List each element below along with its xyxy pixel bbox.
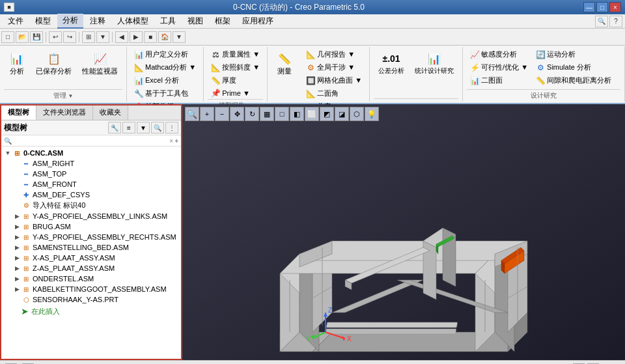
expand-onderstel[interactable]: ▶ (13, 275, 21, 282)
search-close-icon[interactable]: × (169, 137, 173, 145)
prime-btn[interactable]: 📌 Prime ▼ (208, 87, 263, 99)
undo-btn[interactable]: ↩ (49, 31, 62, 43)
forward-btn[interactable]: ▶ (130, 31, 143, 43)
mesh-surface-btn[interactable]: 🔲 网格化曲面 ▼ (303, 74, 365, 87)
expand-y-as-links[interactable]: ▶ (13, 213, 21, 219)
shading-btn[interactable]: ◧ (290, 107, 304, 121)
save-btn[interactable]: 💾 (30, 31, 43, 43)
back-btn[interactable]: ◀ (115, 31, 128, 43)
zoom-out-btn[interactable]: − (215, 107, 229, 121)
regenerate-btn[interactable]: ⊞ (82, 31, 95, 43)
saved-analysis-btn[interactable]: 📋 已保存分析 (31, 48, 76, 79)
expand-samen[interactable]: ▶ (13, 244, 21, 251)
minimize-button[interactable]: — (583, 2, 595, 12)
tab-favorites[interactable]: 收藏夹 (93, 105, 128, 120)
global-interference-btn[interactable]: ⚙ 全局干涉 ▼ (303, 61, 365, 74)
clearance-btn[interactable]: 📏 间隙和爬电距离分析 (533, 74, 615, 87)
tree-filter-btn[interactable]: ▼ (137, 122, 150, 133)
zoom-in-btn[interactable]: + (200, 107, 214, 121)
new-btn[interactable]: □ (1, 31, 14, 43)
tree-item-asm-front[interactable]: ━ ASM_FRONT (1, 179, 181, 189)
hidden-btn[interactable]: ◩ (320, 107, 334, 121)
excel-btn[interactable]: 📊 Excel 分析 (131, 74, 199, 87)
tree-item-asm-top[interactable]: ━ ASM_TOP (1, 169, 181, 179)
expand-brug[interactable]: ▶ (13, 223, 21, 230)
menu-apps[interactable]: 应用程序 (237, 14, 279, 28)
lights-btn[interactable]: 💡 (365, 107, 379, 121)
tree-more-btn[interactable]: ⋮ (165, 122, 178, 133)
tolerance-btn[interactable]: ±.01 公差分析 (374, 48, 409, 78)
thickness-btn[interactable]: 📏 厚度 (208, 74, 263, 87)
tree-item-asm-csys[interactable]: ✚ ASM_DEF_CSYS (1, 189, 181, 200)
tab-folder-browser[interactable]: 文件夹浏览器 (36, 105, 93, 120)
perf-monitor-btn[interactable]: 📈 性能监视器 (77, 48, 122, 79)
menu-human-model[interactable]: 人体模型 (112, 14, 154, 28)
menu-view[interactable]: 视图 (182, 14, 208, 28)
tree-search-btn[interactable]: 🔍 (151, 122, 164, 133)
search-input[interactable] (13, 137, 169, 145)
menu-framework[interactable]: 框架 (210, 14, 236, 28)
mathcad-btn[interactable]: 📐 Mathcad分析 ▼ (131, 61, 199, 74)
restore-button[interactable]: □ (596, 2, 608, 12)
toolbar-options[interactable]: ▼ (173, 31, 186, 43)
window-controls[interactable]: — □ × (583, 2, 621, 12)
menu-annotation[interactable]: 注释 (85, 14, 111, 28)
two-diagram-btn[interactable]: 📊 二图面 (467, 74, 531, 87)
tab-model-tree[interactable]: 模型树 (1, 105, 36, 120)
user-defined-analysis-btn[interactable]: 📊 用户定义分析 (131, 48, 199, 61)
help-search-icon[interactable]: 🔍 (595, 16, 608, 27)
tree-display-btn[interactable]: ≡ (122, 122, 135, 133)
tree-item-onderstel[interactable]: ▶ ⊞ ONDERSTEL.ASM (1, 273, 181, 284)
no-hidden-btn[interactable]: ◪ (335, 107, 349, 121)
stat-design-btn[interactable]: 📊 统计设计研究 (410, 48, 458, 78)
analysis-btn[interactable]: 📊 分析 (4, 48, 30, 79)
help-button[interactable]: ? (609, 16, 622, 27)
expand-root[interactable]: ▼ (4, 150, 12, 156)
toolkit-btn[interactable]: 🔧 基于于工具包 (131, 87, 199, 100)
measure-btn[interactable]: 📏 测量 (271, 48, 298, 79)
wireframe-btn[interactable]: ⬜ (305, 107, 319, 121)
redo-btn[interactable]: ↪ (63, 31, 76, 43)
menu-file[interactable]: 文件 (3, 14, 29, 28)
home-btn[interactable]: 🏠 (158, 31, 171, 43)
expand-kabel[interactable]: ▶ (13, 286, 21, 292)
global-interference-icon: ⚙ (306, 63, 315, 72)
sensitivity-btn[interactable]: 📈 敏感度分析 (467, 48, 531, 61)
zoom-fit-btn[interactable]: 🔍 (185, 107, 199, 121)
close-button[interactable]: × (609, 2, 621, 12)
tree-item-sensor[interactable]: ⬡ SENSORHAAK_Y-AS.PRT (1, 294, 181, 305)
rotate-btn[interactable]: ↻ (245, 107, 259, 121)
tree-item-y-as-links[interactable]: ▶ ⊞ Y-AS_PROFIEL_ASSEMBLY_LINKS.ASM (1, 211, 181, 221)
display-mode-btn[interactable]: □ (275, 107, 289, 121)
pan-btn[interactable]: ✥ (230, 107, 244, 121)
tree-settings-btn[interactable]: 🔧 (108, 122, 121, 133)
tree-item-x-as[interactable]: ▶ ⊞ X-AS_PLAAT_ASSY.ASM (1, 253, 181, 263)
toolbar-more[interactable]: ▼ (96, 31, 109, 43)
feasibility-btn[interactable]: ⚡ 可行性/优化 ▼ (467, 61, 531, 74)
motion-analysis-btn[interactable]: 🔄 运动分析 (533, 48, 615, 61)
simulate-btn[interactable]: ⚙ Simulate 分析 (533, 61, 615, 74)
mass-prop-btn[interactable]: ⚖ 质量属性 ▼ (208, 48, 263, 61)
stop-btn[interactable]: ■ (144, 31, 157, 43)
expand-y-as-rechts[interactable]: ▶ (13, 234, 21, 240)
open-btn[interactable]: 📂 (16, 31, 29, 43)
expand-z-as[interactable]: ▶ (13, 265, 21, 272)
tree-item-import[interactable]: ⚙ 导入特征 标识40 (1, 200, 181, 211)
menu-analysis[interactable]: 分析 (57, 14, 83, 29)
draft-check-btn[interactable]: 📐 按照斜度 ▼ (208, 61, 263, 74)
tree-item-z-as[interactable]: ▶ ⊞ Z-AS_PLAAT_ASSY.ASM (1, 263, 181, 273)
menu-tools[interactable]: 工具 (155, 14, 181, 28)
geo-report-btn[interactable]: 📐 几何报告 ▼ (303, 48, 365, 61)
dihedral-btn[interactable]: 📐 二面角 (303, 87, 365, 100)
tree-item-samen[interactable]: ▶ ⊞ SAMENSTELLING_BED.ASM (1, 242, 181, 253)
tree-item-kabel[interactable]: ▶ ⊞ KABELKETTINGGOOT_ASSEMBLY.ASM (1, 284, 181, 294)
search-add-icon[interactable]: + (174, 137, 178, 145)
perspective-btn[interactable]: ⬡ (350, 107, 364, 121)
tree-item-y-as-rechts[interactable]: ▶ ⊞ Y-AS_PROFIEL_ASSEMBLY_RECHTS.ASM (1, 232, 181, 242)
tree-item-root[interactable]: ▼ ⊞ 0-CNC.ASM (1, 148, 181, 158)
tree-item-asm-right[interactable]: ━ ASM_RIGHT (1, 158, 181, 169)
view-options-btn[interactable]: ▦ (260, 107, 274, 121)
menu-model[interactable]: 模型 (30, 14, 56, 28)
tree-item-brug[interactable]: ▶ ⊞ BRUG.ASM (1, 221, 181, 232)
expand-x-as[interactable]: ▶ (13, 255, 21, 261)
